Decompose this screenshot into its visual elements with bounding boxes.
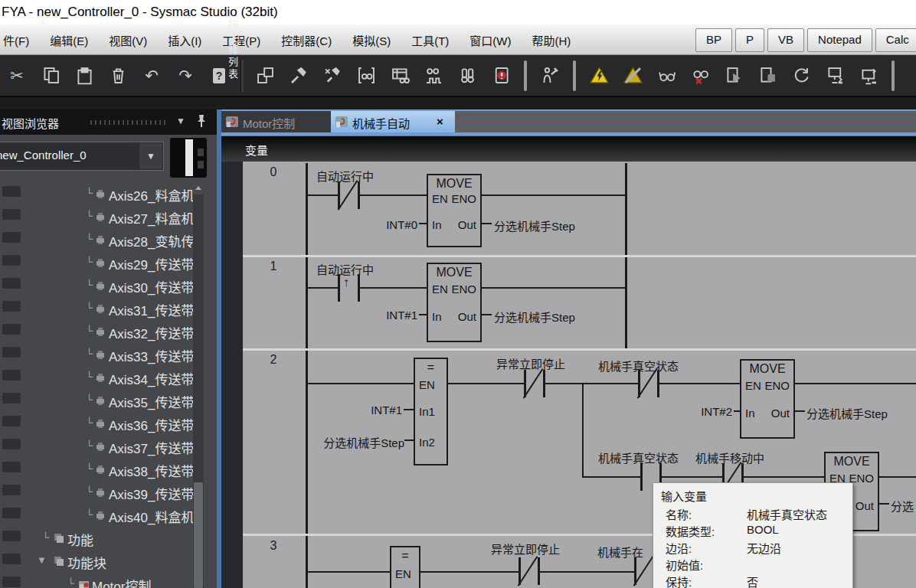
- run-mode-icon[interactable]: [721, 61, 747, 90]
- operand-in2[interactable]: 分选机械手Step: [309, 434, 404, 450]
- operand-in[interactable]: INT#2: [679, 405, 732, 418]
- menu-item-0[interactable]: 件(F): [3, 32, 29, 48]
- rung-number[interactable]: 1: [243, 260, 304, 273]
- operand-in1[interactable]: INT#1: [348, 403, 402, 416]
- expand-icon[interactable]: ▼: [37, 554, 47, 566]
- operand-out[interactable]: 分选: [891, 498, 914, 514]
- upload-icon[interactable]: [855, 61, 882, 90]
- go-offline-icon[interactable]: [620, 61, 646, 90]
- contact-label: 异常立即停止: [491, 541, 560, 557]
- toolbar-separator: [240, 60, 244, 92]
- synchronize-icon[interactable]: [788, 61, 814, 90]
- axis-icon: [95, 257, 106, 271]
- menu-item-8[interactable]: 窗口(W): [469, 32, 511, 48]
- download-icon[interactable]: [822, 61, 848, 90]
- quick-button-p[interactable]: P: [735, 28, 764, 52]
- rung-number[interactable]: 0: [243, 165, 304, 179]
- tree-item-Axis34_传送带[interactable]: └Axis34_传送带: [0, 366, 193, 389]
- menu-item-7[interactable]: 工具(T): [411, 32, 449, 48]
- menu-item-5[interactable]: 控制器(C): [281, 32, 332, 48]
- menu-item-2[interactable]: 视图(V): [109, 32, 147, 48]
- scroll-up-icon[interactable]: [193, 182, 204, 194]
- move-block-rung1[interactable]: MOVE EN ENO In Out: [427, 263, 482, 342]
- search-icon[interactable]: [454, 61, 480, 90]
- paste-icon[interactable]: [71, 61, 97, 90]
- rung-number[interactable]: 3: [243, 539, 304, 553]
- rung-separator: [243, 255, 916, 257]
- tree-item-Axis28_变轨传[interactable]: └Axis28_变轨传: [0, 228, 193, 251]
- tree-item-Axis26_料盒机[interactable]: └Axis26_料盒机: [0, 182, 193, 205]
- build-icon[interactable]: [286, 61, 312, 90]
- tree-item-Axis31_传送带[interactable]: └Axis31_传送带: [0, 297, 193, 320]
- stop-monitor-icon[interactable]: [687, 61, 713, 90]
- tab-robot-auto[interactable]: 机械手自动 ×: [331, 111, 455, 132]
- tree-item-Axis37_传送带[interactable]: └Axis37_传送带: [0, 435, 193, 458]
- move-block-rung2a[interactable]: MOVE EN ENO In Out: [740, 359, 795, 439]
- operand-out[interactable]: 分选机械手Step: [806, 405, 888, 421]
- program-mode-icon[interactable]: [754, 61, 780, 90]
- branch-icon: └: [86, 371, 93, 382]
- menu-item-3[interactable]: 插入(I): [168, 32, 201, 48]
- operand-in[interactable]: INT#1: [364, 309, 417, 322]
- tree-item-Axis30_传送带[interactable]: └Axis30_传送带: [0, 274, 193, 297]
- tree-item-功能[interactable]: └功能: [0, 527, 193, 550]
- tree-item-Axis29_传送带[interactable]: └Axis29_传送带: [0, 251, 193, 274]
- tree-item-Axis27_料盒机[interactable]: └Axis27_料盒机: [0, 205, 193, 228]
- operand-out[interactable]: 分选机械手Step: [494, 309, 575, 325]
- undo-icon[interactable]: ↶: [139, 61, 165, 90]
- tree-item-功能块[interactable]: ▼功能块: [0, 550, 193, 573]
- monitor-icon[interactable]: [653, 61, 679, 90]
- output-icon[interactable]: [488, 61, 514, 90]
- menu-item-1[interactable]: 编辑(E): [50, 32, 88, 48]
- watch-window-icon[interactable]: [353, 61, 379, 90]
- quick-button-vb[interactable]: VB: [767, 28, 804, 52]
- tree-item-Axis38_传送带[interactable]: └Axis38_传送带: [0, 458, 193, 481]
- operand-in[interactable]: INT#0: [364, 218, 417, 231]
- quick-button-bp[interactable]: BP: [695, 28, 732, 52]
- sidebar-scrollbar[interactable]: [193, 182, 204, 588]
- check-window-icon[interactable]: [252, 61, 278, 90]
- rung-number[interactable]: 2: [243, 353, 304, 367]
- variable-tooltip: 输入变量 名称: 机械手真空状态 数据类型: BOOL 边沿: 无边沿 初始值:…: [653, 482, 853, 588]
- menu-item-6[interactable]: 模拟(S): [352, 32, 391, 48]
- branch-icon: └: [42, 531, 49, 543]
- branch-icon: └: [86, 187, 93, 198]
- tree-item-Axis39_传送带[interactable]: └Axis39_传送带: [0, 481, 193, 504]
- quick-button-notepad[interactable]: Notepad: [807, 28, 872, 52]
- move-block-rung0[interactable]: MOVE EN ENO In Out: [427, 174, 482, 247]
- menu-item-9[interactable]: 帮助(H): [532, 32, 571, 48]
- rebuild-icon[interactable]: [319, 61, 345, 90]
- scrollbar-thumb[interactable]: [194, 482, 203, 588]
- data-trace-icon[interactable]: [420, 61, 447, 90]
- equals-block-rung3[interactable]: = EN: [390, 546, 420, 588]
- tree-item-Motor控制[interactable]: └Motor控制: [0, 573, 193, 588]
- wire: [584, 476, 640, 478]
- variables-bar[interactable]: 变量: [221, 136, 916, 162]
- toolbar-separator: [573, 60, 576, 91]
- tree-item-Axis36_传送带[interactable]: └Axis36_传送带: [0, 412, 193, 435]
- tab-motor-control[interactable]: Motor控制: [221, 111, 331, 132]
- tree-item-Axis35_传送带[interactable]: └Axis35_传送带: [0, 389, 193, 412]
- close-icon[interactable]: ×: [437, 115, 443, 128]
- wire: [734, 410, 740, 412]
- axis-icon: [95, 372, 106, 386]
- troubleshoot-icon[interactable]: [537, 61, 563, 90]
- quick-button-calc[interactable]: Calc: [875, 28, 916, 52]
- tree-item-label: Axis28_变轨传: [109, 231, 193, 250]
- watch-table-icon[interactable]: [387, 61, 413, 90]
- chevron-down-icon[interactable]: ▼: [176, 116, 185, 126]
- delete-icon[interactable]: [105, 61, 131, 90]
- go-online-icon[interactable]: [586, 61, 612, 90]
- tree-item-Axis33_传送带[interactable]: └Axis33_传送带: [0, 343, 193, 366]
- redo-icon[interactable]: ↷: [172, 61, 198, 90]
- chevron-down-icon[interactable]: ▼: [139, 143, 162, 169]
- rung-comment-strip[interactable]: [221, 162, 243, 588]
- copy-icon[interactable]: [38, 61, 64, 90]
- tree-item-Axis32_传送带[interactable]: └Axis32_传送带: [0, 320, 193, 343]
- tree-item-Axis40_料盒机[interactable]: └Axis40_料盒机: [0, 504, 193, 527]
- cut-icon[interactable]: ✂: [4, 61, 30, 90]
- operand-out[interactable]: 分选机械手Step: [494, 217, 575, 234]
- equals-block-rung2[interactable]: = EN In1 In2: [414, 358, 448, 466]
- pin-icon[interactable]: [196, 114, 207, 131]
- controller-selector[interactable]: new_Controller_0 ▼: [0, 142, 164, 171]
